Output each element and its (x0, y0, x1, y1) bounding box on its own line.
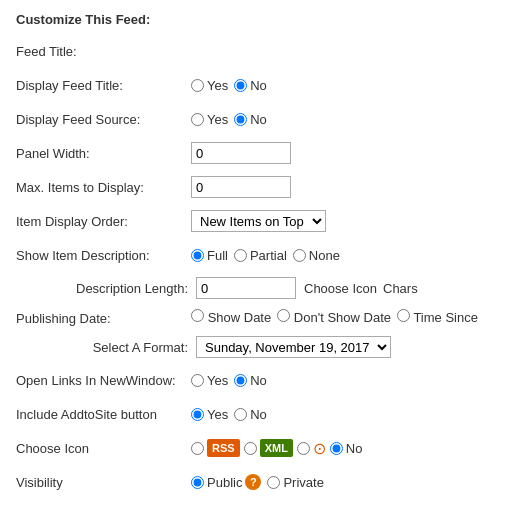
display-feed-title-label: Display Feed Title: (16, 78, 191, 93)
display-feed-title-yes-radio[interactable] (191, 79, 204, 92)
choose-icon-rss-radio[interactable] (191, 442, 204, 455)
display-feed-source-label: Display Feed Source: (16, 112, 191, 127)
choose-icon-rss-label[interactable]: RSS (191, 439, 240, 457)
choose-icon-rss-small-label[interactable]: ⊙ (297, 439, 326, 458)
choose-icon-label: Choose Icon (304, 281, 377, 296)
select-format-label: Select A Format: (76, 340, 196, 355)
yes-label4: Yes (207, 407, 228, 422)
rss-badge: RSS (207, 439, 240, 457)
open-links-yes-radio[interactable] (191, 374, 204, 387)
time-since-label[interactable]: Time Since (397, 309, 478, 325)
visibility-label: Visibility (16, 475, 191, 490)
dont-show-date-radio[interactable] (277, 309, 290, 322)
choose-icon-controls: RSS XML ⊙ No (191, 439, 362, 458)
yes-label3: Yes (207, 373, 228, 388)
display-feed-title-no-radio[interactable] (234, 79, 247, 92)
time-since-text: Time Since (413, 310, 478, 325)
choose-icon-xml-label[interactable]: XML (244, 439, 293, 457)
include-addtosite-no-label[interactable]: No (234, 407, 267, 422)
partial-label: Partial (250, 248, 287, 263)
no-label: No (250, 78, 267, 93)
display-feed-source-no-label[interactable]: No (234, 112, 267, 127)
question-mark-icon: ? (245, 474, 261, 490)
visibility-public-label[interactable]: Public ? (191, 474, 261, 490)
include-addtosite-controls: Yes No (191, 407, 267, 422)
xml-badge: XML (260, 439, 293, 457)
display-feed-title-no-label[interactable]: No (234, 78, 267, 93)
show-item-desc-partial-radio[interactable] (234, 249, 247, 262)
no-label2: No (250, 112, 267, 127)
visibility-public-radio[interactable] (191, 476, 204, 489)
section-title: Customize This Feed: (16, 12, 506, 27)
chars-label: Chars (383, 281, 418, 296)
include-addtosite-label: Include AddtoSite button (16, 407, 191, 422)
display-feed-source-no-radio[interactable] (234, 113, 247, 126)
max-items-input[interactable] (191, 176, 291, 198)
show-item-desc-controls: Full Partial None (191, 248, 340, 263)
include-addtosite-yes-radio[interactable] (191, 408, 204, 421)
show-date-label[interactable]: Show Date (191, 309, 271, 325)
choose-icon-field-label: Choose Icon (16, 441, 191, 456)
full-label: Full (207, 248, 228, 263)
visibility-controls: Public ? Private (191, 474, 324, 490)
yes-label: Yes (207, 78, 228, 93)
include-addtosite-no-radio[interactable] (234, 408, 247, 421)
rss-small-icon: ⊙ (313, 439, 326, 458)
select-format-select[interactable]: Sunday, November 19, 2017 (196, 336, 391, 358)
publishing-date-controls: Show Date Don't Show Date Time Since (191, 309, 506, 325)
panel-width-label: Panel Width: (16, 146, 191, 161)
no-label4: No (250, 407, 267, 422)
max-items-label: Max. Items to Display: (16, 180, 191, 195)
display-feed-source-controls: Yes No (191, 112, 267, 127)
show-date-radio[interactable] (191, 309, 204, 322)
time-since-radio[interactable] (397, 309, 410, 322)
feed-title-label: Feed Title: (16, 44, 191, 59)
show-item-desc-label: Show Item Description: (16, 248, 191, 263)
show-date-text: Show Date (208, 310, 272, 325)
display-feed-source-yes-radio[interactable] (191, 113, 204, 126)
open-links-no-label[interactable]: No (234, 373, 267, 388)
show-item-desc-full-radio[interactable] (191, 249, 204, 262)
include-addtosite-yes-label[interactable]: Yes (191, 407, 228, 422)
choose-icon-no-radio[interactable] (330, 442, 343, 455)
open-links-controls: Yes No (191, 373, 267, 388)
item-display-order-select[interactable]: New Items on Top (191, 210, 326, 232)
display-feed-title-controls: Yes No (191, 78, 267, 93)
desc-length-input[interactable] (196, 277, 296, 299)
item-display-order-controls: New Items on Top (191, 210, 326, 232)
choose-icon-no-label[interactable]: No (330, 441, 363, 456)
max-items-controls (191, 176, 291, 198)
private-label: Private (283, 475, 323, 490)
open-links-label: Open Links In NewWindow: (16, 373, 191, 388)
dont-show-date-text: Don't Show Date (294, 310, 391, 325)
dont-show-date-label[interactable]: Don't Show Date (277, 309, 391, 325)
show-item-desc-partial-label[interactable]: Partial (234, 248, 287, 263)
no-label5: No (346, 441, 363, 456)
yes-label2: Yes (207, 112, 228, 127)
public-label: Public (207, 475, 242, 490)
open-links-no-radio[interactable] (234, 374, 247, 387)
display-feed-source-yes-label[interactable]: Yes (191, 112, 228, 127)
none-label: None (309, 248, 340, 263)
panel-width-input[interactable] (191, 142, 291, 164)
show-item-desc-full-label[interactable]: Full (191, 248, 228, 263)
publishing-date-label: Publishing Date: (16, 309, 191, 326)
no-label3: No (250, 373, 267, 388)
show-item-desc-none-label[interactable]: None (293, 248, 340, 263)
visibility-private-radio[interactable] (267, 476, 280, 489)
item-display-order-label: Item Display Order: (16, 214, 191, 229)
panel-width-controls (191, 142, 291, 164)
choose-icon-rss-small-radio[interactable] (297, 442, 310, 455)
display-feed-title-yes-label[interactable]: Yes (191, 78, 228, 93)
choose-icon-xml-radio[interactable] (244, 442, 257, 455)
visibility-private-label[interactable]: Private (267, 475, 323, 490)
open-links-yes-label[interactable]: Yes (191, 373, 228, 388)
desc-length-label: Description Length: (76, 281, 196, 296)
show-item-desc-none-radio[interactable] (293, 249, 306, 262)
